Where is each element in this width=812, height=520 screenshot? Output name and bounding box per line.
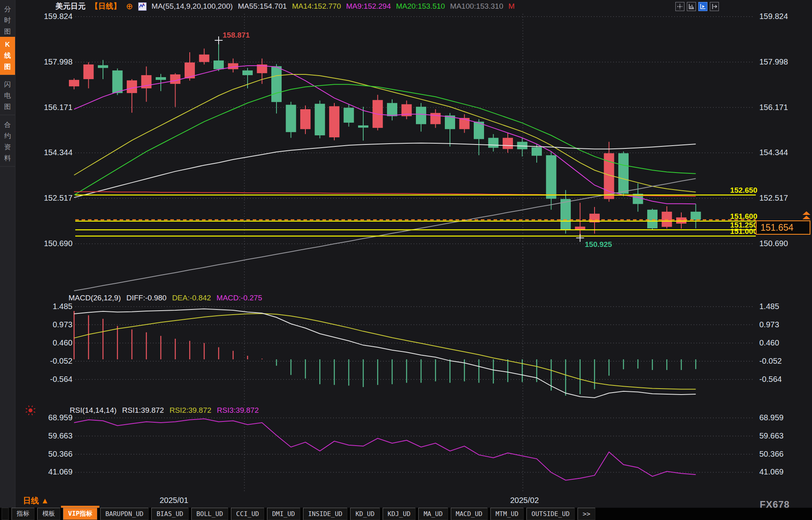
axis-chart-icon[interactable]	[687, 2, 696, 11]
tab-inside_ud[interactable]: INSIDE_UD	[303, 508, 348, 520]
add-indicator-icon[interactable]: ⊕	[126, 2, 133, 10]
chart-type-sidebar: 分时图K线图闪电图合约资料	[0, 0, 15, 508]
axis-label: 156.171	[759, 103, 788, 112]
price-up-arrows-icon	[802, 211, 811, 222]
tab-outside_ud[interactable]: OUTSIDE_UD	[526, 508, 575, 520]
sidebar-item-char: 合	[4, 120, 11, 131]
sidebar-item-2[interactable]: K线图	[0, 37, 15, 75]
tab-label: BOLL_UD	[196, 510, 223, 518]
candle-body	[344, 108, 354, 123]
axis-label: -0.052	[34, 357, 72, 366]
axis-label: 0.460	[759, 338, 779, 347]
candle-body	[286, 105, 296, 132]
alarm-ray	[34, 412, 35, 413]
tab-label: KD_UD	[355, 510, 374, 518]
ma-legend-value: MA100:153.310	[450, 2, 503, 11]
axis-label: 150.690	[759, 239, 788, 248]
tab-指标[interactable]: 指标	[11, 508, 34, 520]
candle-body	[84, 65, 94, 79]
axis-label: 159.824	[34, 12, 72, 21]
candle-body	[676, 217, 686, 224]
axis-label: 152.517	[759, 194, 788, 203]
alarm-ray	[26, 412, 27, 412]
period-tag[interactable]: 【日线】	[91, 1, 121, 11]
tab-cci_ud[interactable]: CCI_UD	[231, 508, 264, 520]
macd-pane-header: MACD(26,12,9)DIFF:-0.980DEA:-0.842MACD:-…	[69, 294, 268, 302]
axis-label: 68.959	[34, 413, 72, 422]
macd-diff-value: DIFF:-0.980	[126, 294, 166, 302]
ma-line-ma55	[74, 143, 696, 198]
sidebar-item-char: 图	[4, 101, 11, 112]
tab-boll_ud[interactable]: BOLL_UD	[191, 508, 228, 520]
macd-title: MACD(26,12,9)	[69, 294, 121, 302]
rsi1-value: RSI1:39.872	[122, 406, 164, 414]
alarm-ray	[34, 408, 35, 409]
axis-label: 1.485	[759, 302, 779, 311]
sidebar-item-char: K	[5, 39, 10, 50]
candle-body	[431, 113, 441, 124]
candle-body	[503, 138, 513, 149]
macd-dea-value: DEA:-0.842	[172, 294, 211, 302]
tab-mtm_ud[interactable]: MTM_UD	[490, 508, 524, 520]
indicator-tabbar: 指标模板VIP指标BARUPDN_UDBIAS_UDBOLL_UDCCI_UDD…	[0, 508, 812, 520]
candle-body	[662, 212, 672, 227]
candle-body	[315, 104, 325, 135]
tab-bias_ud[interactable]: BIAS_UD	[151, 508, 188, 520]
axis-label: -0.052	[759, 357, 782, 366]
tab-模板[interactable]: 模板	[37, 508, 60, 520]
chart-canvas[interactable]	[0, 0, 812, 520]
tab-macd_ud[interactable]: MACD_UD	[451, 508, 488, 520]
axis-label: 157.998	[34, 57, 72, 66]
rsi3-value: RSI3:39.872	[217, 406, 259, 414]
high-price-annotation: 158.871	[223, 31, 250, 40]
x-axis-label: 2025/02	[510, 496, 539, 505]
active-tab-strip	[61, 506, 99, 508]
tab-label: CCI_UD	[236, 510, 259, 518]
ma-indicator-name: MA(55,14,9,20,100,200)	[152, 2, 233, 11]
ma-line-ma14	[74, 74, 696, 192]
tab-label: MACD_UD	[456, 510, 482, 518]
tab-label: 模板	[42, 510, 55, 518]
ma-legend-value: MA20:153.510	[396, 2, 445, 11]
tab-dmi_ud[interactable]: DMI_UD	[267, 508, 300, 520]
sidebar-item-char: 时	[4, 15, 11, 26]
sidebar-item-3[interactable]: 闪电图	[0, 77, 15, 115]
sidebar-item-char: 闪	[4, 79, 11, 90]
shift-right-icon[interactable]	[710, 2, 719, 11]
current-price-value: 151.654	[761, 222, 793, 233]
rsi-line	[74, 419, 696, 480]
axis-label: 154.344	[759, 148, 788, 157]
tab-ma_ud[interactable]: MA_UD	[418, 508, 448, 520]
candle-body	[329, 106, 339, 137]
candle-body	[416, 107, 426, 124]
tab-kd_ud[interactable]: KD_UD	[350, 508, 379, 520]
period-label: 日线	[23, 496, 39, 505]
sidebar-item-1[interactable]: 分时图	[0, 2, 15, 40]
axis-label: 68.959	[759, 413, 783, 422]
chevron-up-icon: ▲	[41, 496, 49, 505]
axis-label: 152.517	[34, 194, 72, 203]
tab->>[interactable]: >>	[578, 508, 595, 520]
candle-body	[358, 125, 368, 128]
axis-label: 150.690	[34, 239, 72, 248]
candle-body	[488, 138, 499, 148]
sidebar-item-char: 分	[4, 4, 11, 15]
sidebar-item-char: 电	[4, 90, 11, 101]
ma-line-ma9	[74, 66, 696, 204]
candle-body	[271, 66, 282, 102]
tab-barupdn_ud[interactable]: BARUPDN_UD	[100, 508, 149, 520]
tab-kdj_ud[interactable]: KDJ_UD	[383, 508, 416, 520]
crosshair-icon[interactable]	[675, 2, 684, 11]
sidebar-item-4[interactable]: 合约资料	[0, 117, 15, 167]
candle-body	[213, 61, 224, 69]
chart-style-icon[interactable]	[138, 2, 147, 11]
candle-body	[546, 155, 557, 199]
axis-label: 41.069	[759, 467, 783, 476]
tab-vip指标[interactable]: VIP指标	[63, 508, 97, 520]
axis-label: 159.824	[759, 12, 788, 21]
tab-label: >>	[583, 510, 590, 518]
play-chart-icon[interactable]	[698, 2, 707, 11]
axis-label: -0.564	[34, 375, 72, 384]
period-selector[interactable]: 日线 ▲	[23, 495, 49, 506]
axis-label: 59.663	[759, 431, 783, 440]
